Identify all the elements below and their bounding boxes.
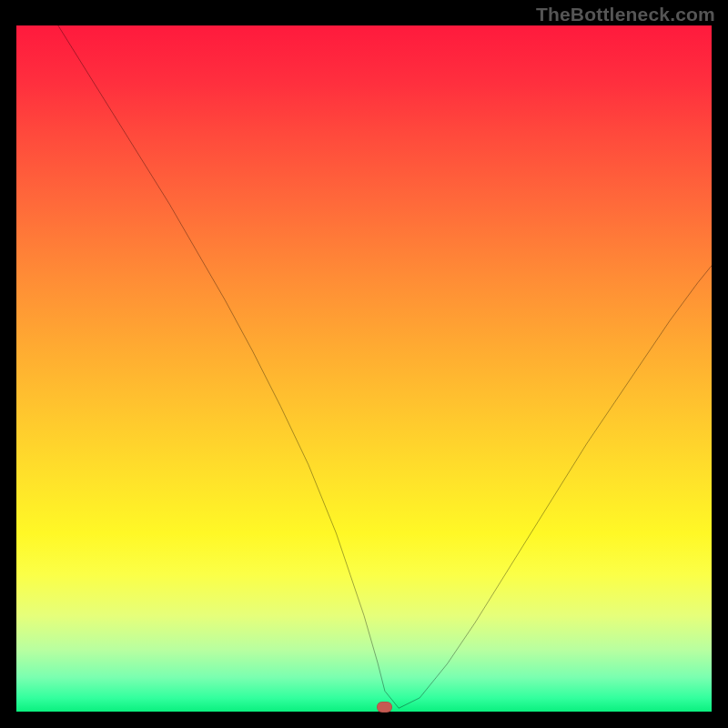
curve-path: [58, 25, 712, 708]
watermark-text: TheBottleneck.com: [536, 4, 715, 25]
plot-area: [16, 25, 712, 712]
chart-frame: TheBottleneck.com: [0, 0, 728, 728]
bottleneck-curve: [16, 25, 712, 712]
